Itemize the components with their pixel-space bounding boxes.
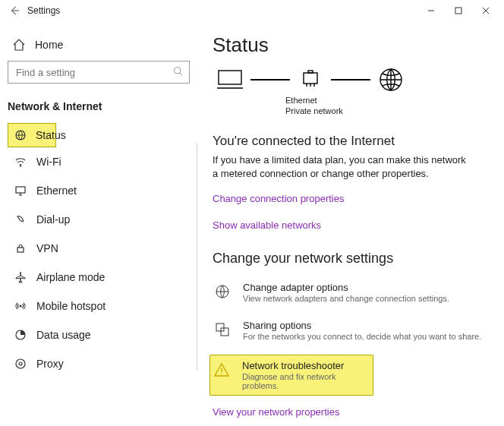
minimize-icon <box>427 7 435 14</box>
globe-icon <box>375 66 407 93</box>
sidebar-item-label: Dial-up <box>36 213 70 226</box>
svg-point-9 <box>19 362 22 365</box>
wifi-icon <box>14 155 27 169</box>
sidebar-item-label: Proxy <box>36 358 64 370</box>
close-button[interactable] <box>472 2 499 20</box>
row-title: Network troubleshooter <box>242 360 368 371</box>
ethernet-icon <box>295 66 326 93</box>
sidebar: Home Network & Internet Status Wi-Fi <box>0 21 197 426</box>
sharing-icon <box>213 320 232 341</box>
main-content: Status Ethernet Private network You're c… <box>197 21 504 426</box>
connected-body: If you have a limited data plan, you can… <box>213 153 471 181</box>
hotspot-icon <box>14 299 27 313</box>
sidebar-item-label: Ethernet <box>36 185 77 197</box>
svg-rect-12 <box>308 71 313 73</box>
sidebar-item-datausage[interactable]: Data usage <box>8 320 190 349</box>
vpn-icon <box>14 241 27 255</box>
link-view-network-properties[interactable]: View your network properties <box>213 406 490 418</box>
row-title: Sharing options <box>243 320 490 331</box>
sidebar-item-ethernet[interactable]: Ethernet <box>8 176 190 205</box>
sidebar-item-label: Mobile hotspot <box>36 300 106 312</box>
nav-home-label: Home <box>35 39 63 51</box>
sidebar-item-wifi[interactable]: Wi-Fi <box>8 147 190 176</box>
dialup-icon <box>14 213 27 226</box>
maximize-button[interactable] <box>445 2 472 20</box>
monitor-icon <box>14 184 27 197</box>
diagram-caption: Ethernet Private network <box>285 95 490 117</box>
back-button[interactable] <box>5 1 24 21</box>
computer-icon <box>214 66 246 93</box>
sidebar-item-dialup[interactable]: Dial-up <box>8 205 190 234</box>
search-input-wrapper[interactable] <box>8 61 190 84</box>
window-title: Settings <box>27 5 60 16</box>
diagram-link <box>250 79 290 80</box>
category-heading: Network & Internet <box>8 97 190 123</box>
row-desc: For the networks you connect to, decide … <box>243 332 490 341</box>
search-input[interactable] <box>14 66 173 79</box>
svg-rect-11 <box>304 73 317 84</box>
link-show-available-networks[interactable]: Show available networks <box>213 219 490 231</box>
svg-point-17 <box>221 374 222 375</box>
home-icon <box>12 38 26 52</box>
nav-home[interactable]: Home <box>8 30 190 61</box>
back-arrow-icon <box>9 5 20 16</box>
datausage-icon <box>14 328 27 342</box>
svg-rect-4 <box>16 187 25 193</box>
svg-rect-0 <box>455 8 461 14</box>
close-icon <box>482 7 490 14</box>
svg-rect-5 <box>17 248 24 252</box>
row-network-troubleshooter[interactable]: Network troubleshooter Diagnose and fix … <box>209 355 373 396</box>
svg-point-8 <box>16 359 25 368</box>
svg-point-3 <box>20 166 21 167</box>
row-desc: View network adapters and change connect… <box>243 294 490 303</box>
sidebar-item-airplane[interactable]: Airplane mode <box>8 263 190 292</box>
adapter-icon <box>213 282 232 303</box>
titlebar: Settings <box>0 0 504 21</box>
svg-point-6 <box>20 305 22 308</box>
sidebar-item-label: Wi-Fi <box>36 156 61 168</box>
sidebar-item-label: Data usage <box>36 329 91 341</box>
link-change-connection-properties[interactable]: Change connection properties <box>213 193 490 204</box>
row-desc: Diagnose and fix network problems. <box>242 372 368 390</box>
diagram-link <box>331 79 370 80</box>
status-icon <box>14 128 27 142</box>
change-settings-heading: Change your network settings <box>213 251 490 267</box>
sidebar-item-label: VPN <box>36 242 58 254</box>
sidebar-item-label: Status <box>36 129 66 141</box>
row-title: Change adapter options <box>243 282 490 293</box>
sidebar-divider <box>197 143 197 371</box>
connected-heading: You're connected to the Internet <box>213 134 490 149</box>
diagram-ethernet-subtype: Private network <box>285 106 490 116</box>
row-sharing-options[interactable]: Sharing options For the networks you con… <box>213 320 490 341</box>
warning-icon <box>212 360 232 390</box>
sidebar-item-proxy[interactable]: Proxy <box>8 349 190 378</box>
sidebar-item-vpn[interactable]: VPN <box>8 234 190 263</box>
sidebar-item-hotspot[interactable]: Mobile hotspot <box>8 292 190 320</box>
sidebar-item-label: Airplane mode <box>36 271 105 283</box>
minimize-button[interactable] <box>417 2 445 20</box>
proxy-icon <box>14 357 27 371</box>
svg-point-1 <box>175 68 181 74</box>
svg-rect-16 <box>221 328 228 336</box>
svg-rect-10 <box>219 71 241 84</box>
diagram-ethernet-label: Ethernet <box>285 95 490 106</box>
connection-diagram <box>213 66 490 93</box>
page-title: Status <box>213 33 490 57</box>
sidebar-item-status[interactable]: Status <box>8 123 56 147</box>
maximize-icon <box>455 7 462 14</box>
row-change-adapter-options[interactable]: Change adapter options View network adap… <box>213 282 490 303</box>
search-icon <box>173 66 183 78</box>
svg-rect-15 <box>216 323 224 331</box>
airplane-icon <box>14 270 27 284</box>
